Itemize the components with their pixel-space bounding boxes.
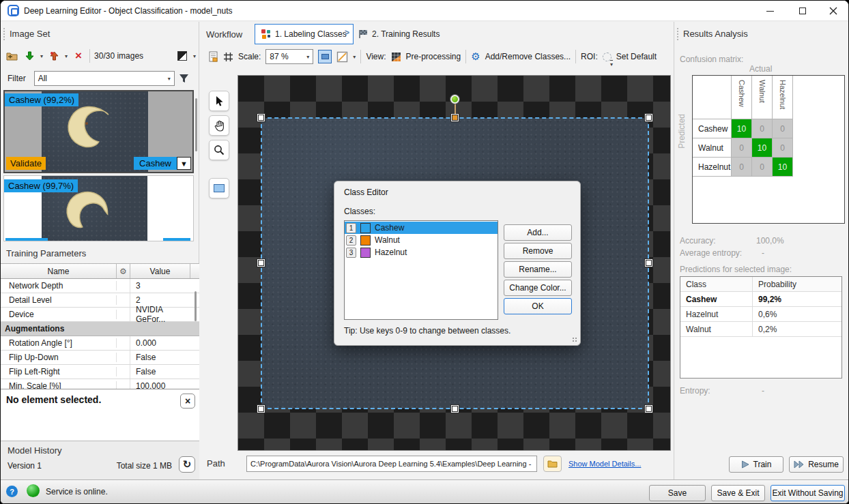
tab-training-results[interactable]: 2. Training Results — [352, 24, 446, 44]
train-button[interactable]: Train — [729, 456, 783, 473]
param-row[interactable]: DeviceNVIDIA GeFor... — [1, 308, 199, 322]
column-class: Class — [680, 277, 753, 291]
classes-gear-icon[interactable]: ⚙ — [471, 50, 480, 63]
title-bar[interactable]: Deep Learning Editor - Object Classifica… — [1, 1, 848, 21]
predictions-label: Predictions for selected image: — [680, 265, 792, 274]
display-mode-caret-icon[interactable]: ▾ — [193, 53, 196, 59]
show-model-details-link[interactable]: Show Model Details... — [569, 460, 641, 468]
param-row[interactable]: Rotation Angle [°]0.000 — [1, 336, 199, 351]
resize-handle-ne[interactable] — [644, 113, 653, 122]
resize-grip[interactable] — [572, 337, 577, 342]
class-list-item[interactable]: 3 Hazelnut — [345, 246, 498, 258]
class-dropdown[interactable]: Cashew ▼ — [134, 157, 191, 170]
save-and-exit-button[interactable]: Save & Exit — [711, 485, 765, 501]
prediction-row: Hazelnut 0,6% — [680, 307, 841, 322]
remove-class-button[interactable]: Remove — [504, 243, 572, 259]
import-images-button[interactable] — [23, 49, 36, 63]
resize-handle-e[interactable] — [644, 258, 653, 267]
thumbnail-item-selected[interactable]: Cashew (99,2%) Validate Cashew ▼ — [3, 90, 194, 173]
column-name[interactable]: Name — [1, 264, 117, 278]
toolbar-overflow-icon[interactable]: ▾ — [610, 60, 613, 68]
param-row[interactable]: Flip Up-DownFalse — [1, 351, 199, 365]
select-tool-button[interactable] — [209, 91, 229, 111]
panel-grip[interactable] — [3, 28, 5, 40]
dialog-titlebar[interactable]: Class Editor — [334, 181, 580, 202]
param-table-scrollbar[interactable] — [195, 291, 197, 321]
browse-path-button[interactable] — [543, 456, 562, 472]
param-row[interactable]: Min. Scale [%]100.000 — [1, 379, 199, 389]
report-icon[interactable] — [209, 51, 218, 62]
confusion-matrix-label: Confusion matrix: — [680, 55, 743, 64]
panel-grip[interactable] — [677, 28, 679, 40]
class-list-item-selected[interactable]: 1 Cashew — [345, 222, 498, 234]
matrix-cell: 0 — [752, 119, 773, 138]
class-editor-dialog: Class Editor Classes: 1 Cashew 2 Walnut … — [334, 181, 581, 346]
add-class-button[interactable]: Add... — [504, 224, 572, 241]
delete-image-button[interactable]: × — [72, 49, 85, 63]
class-dropdown-value: Cashew — [134, 157, 177, 170]
exit-without-saving-button[interactable]: Exit Without Saving — [771, 485, 845, 501]
minimize-button[interactable] — [756, 1, 783, 21]
export-images-button[interactable] — [47, 49, 61, 63]
thumbnail-item[interactable]: Cashew (99,7%) — [3, 175, 194, 241]
class-dropdown-caret[interactable]: ▼ — [177, 157, 191, 170]
no-overlay-icon[interactable] — [336, 51, 348, 63]
import-caret-icon[interactable]: ▾ — [40, 53, 43, 59]
filter-combo[interactable]: All ▾ — [34, 71, 175, 86]
average-entropy-label: Average entropy: — [680, 248, 742, 258]
save-button[interactable]: Save — [649, 485, 706, 501]
overlay-caret-icon[interactable]: ▾ — [353, 54, 356, 60]
close-info-button[interactable]: × — [180, 394, 195, 409]
resize-handle-s[interactable] — [450, 404, 459, 413]
set-default-roi-button[interactable]: Set Default — [616, 52, 657, 61]
resume-button[interactable]: Resume — [789, 456, 844, 473]
resize-handle-n[interactable] — [450, 113, 459, 122]
path-input[interactable]: C:\ProgramData\Aurora Vision\Aurora Deep… — [246, 456, 537, 472]
close-button[interactable] — [820, 1, 847, 21]
app-window: Deep Learning Editor - Object Classifica… — [0, 0, 849, 504]
add-remove-classes-button[interactable]: Add/Remove Classes... — [485, 52, 571, 61]
filter-funnel-icon[interactable] — [179, 74, 189, 84]
scale-combo[interactable]: 87 % ▾ — [265, 49, 313, 64]
matrix-row-header: Walnut — [693, 138, 732, 158]
matrix-col-header: Walnut — [752, 76, 773, 119]
column-value[interactable]: Value — [130, 264, 190, 278]
zoom-tool-button[interactable] — [209, 140, 229, 160]
confusion-matrix-box: Cashew Walnut Hazelnut Cashew 10 0 0 Wal… — [692, 75, 845, 224]
thumbnail-scrollbar[interactable] — [195, 98, 197, 151]
gear-icon[interactable]: ⚙ — [117, 264, 130, 278]
param-row[interactable]: Flip Left-RightFalse — [1, 365, 199, 379]
maximize-button[interactable] — [789, 1, 816, 21]
crop-frame-icon[interactable] — [223, 52, 233, 62]
param-row[interactable]: Network Depth3 — [1, 279, 199, 293]
predicted-axis-label: Predicted — [677, 114, 687, 149]
toolbar-separator — [465, 50, 466, 63]
class-list-item[interactable]: 2 Walnut — [345, 234, 498, 246]
export-caret-icon[interactable]: ▾ — [65, 53, 68, 59]
refresh-history-button[interactable]: ↻ — [179, 456, 195, 473]
roi-rect-tool-button[interactable] — [209, 178, 229, 198]
preprocessing-label[interactable]: Pre-processing — [406, 52, 461, 61]
pan-tool-button[interactable] — [209, 115, 229, 136]
tab-labeling-classes[interactable]: 1. Labeling Classes — [255, 24, 354, 44]
close-icon: × — [185, 396, 190, 406]
help-icon: ? — [10, 488, 14, 496]
resize-handle-se[interactable] — [644, 404, 653, 413]
zoom-fit-button[interactable] — [318, 50, 332, 63]
display-mode-button[interactable] — [175, 49, 189, 63]
param-section-row[interactable]: Augmentations — [1, 322, 199, 336]
change-color-button[interactable]: Change Color... — [504, 280, 572, 296]
ok-button[interactable]: OK — [504, 298, 572, 314]
rotation-handle[interactable] — [450, 95, 459, 104]
training-parameters-header: Training Parameters — [6, 248, 86, 258]
rename-class-button[interactable]: Rename... — [504, 261, 572, 278]
open-folder-button[interactable] — [5, 49, 18, 63]
preprocessing-icon[interactable] — [391, 52, 401, 62]
resize-handle-sw[interactable] — [257, 404, 265, 413]
average-entropy-value: - — [762, 248, 764, 258]
resize-handle-w[interactable] — [257, 258, 265, 267]
dropdown-icon: ▼ — [180, 160, 188, 168]
validate-badge[interactable]: Validate — [6, 157, 46, 170]
resize-handle-nw[interactable] — [257, 113, 265, 122]
help-button[interactable]: ? — [6, 486, 18, 497]
